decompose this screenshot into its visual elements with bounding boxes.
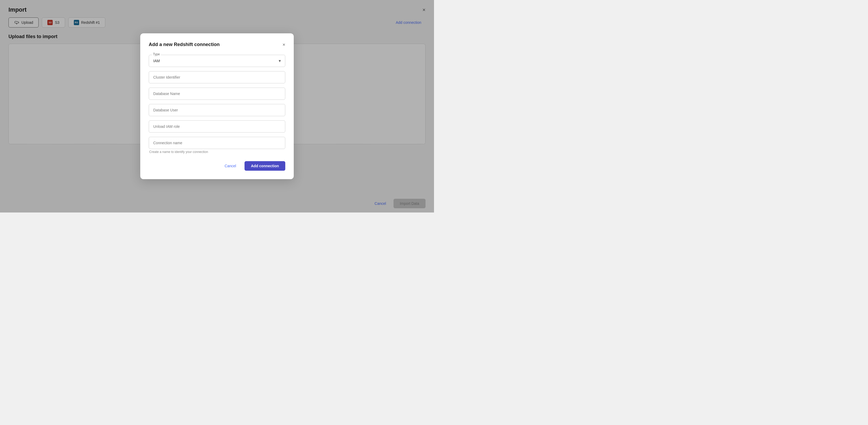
type-select[interactable]: IAM Password: [149, 55, 285, 67]
modal-cancel-button[interactable]: Cancel: [219, 161, 242, 171]
modal-title: Add a new Redshift connection: [149, 42, 220, 48]
database-user-input[interactable]: [149, 104, 285, 116]
modal-header: Add a new Redshift connection ×: [149, 42, 285, 48]
connection-name-input[interactable]: [149, 137, 285, 149]
connection-name-group: Create a name to identify your connectio…: [149, 137, 285, 154]
type-label: Type: [152, 52, 161, 56]
type-select-wrapper: IAM Password ▼: [149, 55, 285, 67]
modal-dialog: Add a new Redshift connection × Type IAM…: [140, 33, 294, 179]
cluster-identifier-group: [149, 71, 285, 83]
modal-close-button[interactable]: ×: [282, 42, 285, 47]
database-user-group: [149, 104, 285, 116]
connection-name-hint: Create a name to identify your connectio…: [149, 150, 285, 154]
modal-body: Type IAM Password ▼: [149, 55, 285, 154]
database-name-input[interactable]: [149, 88, 285, 100]
type-field-group: Type IAM Password ▼: [149, 55, 285, 67]
unload-iam-role-input[interactable]: [149, 120, 285, 132]
modal-add-connection-button[interactable]: Add connection: [245, 161, 285, 171]
modal-overlay: Add a new Redshift connection × Type IAM…: [0, 0, 434, 212]
cluster-identifier-input[interactable]: [149, 71, 285, 83]
modal-footer: Cancel Add connection: [149, 161, 285, 171]
unload-iam-role-group: [149, 120, 285, 132]
database-name-group: [149, 88, 285, 100]
